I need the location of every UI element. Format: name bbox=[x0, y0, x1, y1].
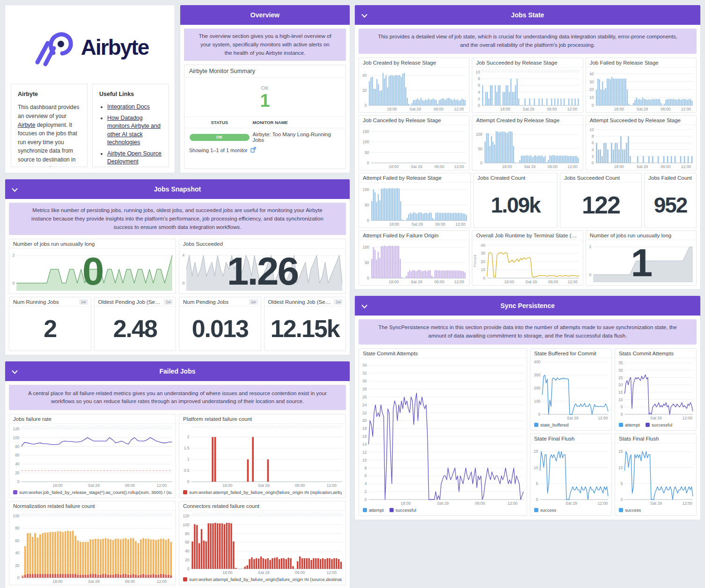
chart-plot[interactable]: 01020304018:00Sat 2906:0012:00 bbox=[586, 67, 696, 112]
chart-card-overall-runtime[interactable]: Overall Job Runtime by Terminal State (S… bbox=[472, 230, 583, 286]
chart-plot[interactable]: 05010015018:00Sat 2906:0012:00 bbox=[359, 125, 469, 170]
svg-text:0: 0 bbox=[591, 161, 594, 165]
svg-text:28: 28 bbox=[362, 387, 367, 391]
chart-plot[interactable]: 051015Sat 2912:00 bbox=[615, 443, 696, 507]
chart-plot[interactable]: 024681012141618202224262830323418:00Sat … bbox=[359, 358, 527, 507]
value-card-oldest-pending-job[interactable]: Oldest Pending Job (Secs)1w 2.48 bbox=[94, 297, 176, 351]
chart-plot[interactable]: 00.511.5218:00Sat 2906:0012:00 bbox=[179, 424, 345, 489]
chart-card-job-cancelled[interactable]: Job Cancelled by Release Stage 050100150… bbox=[359, 115, 470, 170]
chart-plot[interactable]: 02040608010018:00Sat 2906:0012:00 bbox=[9, 511, 176, 585]
value-card-num-running-jobs[interactable]: Num Running Jobs1w 2 bbox=[9, 297, 91, 351]
value-card-jobs-failed-count[interactable]: Jobs Failed Count 952 bbox=[644, 173, 697, 228]
chart-plot[interactable]: 0204018:00Sat 2906:0012:00 bbox=[359, 67, 469, 112]
about-airbyte-link[interactable]: Airbyte bbox=[18, 122, 35, 128]
chart-card-stats-final-flush[interactable]: Stats Final Flush 051015Sat 2912:00 succ… bbox=[615, 434, 697, 516]
chart-legend[interactable]: attemptsuccessful bbox=[359, 507, 527, 515]
chart-card-job-succeeded[interactable]: Job Succeeded by Release Stage 024681018… bbox=[472, 58, 583, 113]
value-card-jobs-created-count[interactable]: Jobs Created Count 1.09k bbox=[473, 173, 558, 228]
chevron-down-icon[interactable] bbox=[361, 12, 367, 17]
svg-text:0: 0 bbox=[621, 412, 623, 417]
section-failed-jobs-header[interactable]: Failed Jobs bbox=[5, 361, 350, 381]
chart-card-state-commit-attempts[interactable]: State Commit Attempts 024681012141618202… bbox=[359, 348, 527, 516]
section-jobs-state-header[interactable]: Jobs State bbox=[355, 5, 700, 25]
value-number: 2 bbox=[9, 307, 91, 351]
chart-plot[interactable]: 04 1.26 bbox=[179, 249, 345, 294]
svg-text:Percent: Percent bbox=[473, 254, 477, 267]
chart-plot[interactable]: 010203040Percent18:00Sat 2906:0012:00 bbox=[472, 240, 582, 285]
chart-card-job-failed[interactable]: Job Failed by Release Stage 01020304018:… bbox=[586, 58, 697, 113]
chart-plot[interactable]: 024681018:00Sat 2906:0012:00 bbox=[586, 125, 696, 170]
svg-text:40: 40 bbox=[15, 551, 20, 556]
chart-plot[interactable]: 02 1 bbox=[586, 240, 696, 285]
svg-text:12:00: 12:00 bbox=[454, 164, 464, 169]
left-column: Airbyte Airbyte This dashboard provides … bbox=[5, 5, 350, 588]
chart-card-state-final-flush[interactable]: State Final Flush 051015Sat 2912:00 succ… bbox=[530, 434, 612, 516]
chart-card-platform-failure-count[interactable]: Platform related failure count 00.511.52… bbox=[179, 414, 346, 498]
monitor-name[interactable]: Airbyte: Too Many Long-Running Jobs bbox=[250, 132, 341, 143]
chart-card-state-buffered[interactable]: State Buffered for Commit 0100200300400S… bbox=[530, 348, 612, 431]
monitor-row[interactable]: OK Airbyte: Too Many Long-Running Jobs bbox=[184, 128, 345, 145]
chart-legend[interactable]: state_buffered bbox=[530, 421, 611, 430]
chart-card-stats-commit-attempts[interactable]: Stats Commit Attempts 05101520253035Sat … bbox=[615, 348, 697, 431]
chart-legend[interactable]: sum:worker.attempt_failed_by_failure_ori… bbox=[179, 576, 345, 585]
chart-plot[interactable]: 05101520253035Sat 2912:00 bbox=[615, 358, 696, 421]
chart-plot[interactable]: 0100200300400Sat 2912:00 bbox=[530, 358, 611, 421]
section-jobs-snapshot-header[interactable]: Jobs Snapshot bbox=[5, 179, 350, 199]
link-how-datadog-monitors[interactable]: How Datadog monitors Airbyte and other A… bbox=[107, 115, 161, 146]
chevron-down-icon[interactable] bbox=[12, 186, 18, 191]
svg-text:50: 50 bbox=[365, 203, 369, 207]
chart-plot[interactable]: 051015Sat 2912:00 bbox=[530, 443, 611, 507]
link-integration-docs[interactable]: Integration Docs bbox=[107, 103, 150, 110]
chart-card-jobs-succeeded[interactable]: Jobs Succeeded 04 1.26 bbox=[179, 239, 346, 294]
svg-text:18:00: 18:00 bbox=[222, 483, 233, 488]
svg-text:Sat 29: Sat 29 bbox=[650, 416, 662, 420]
chart-legend[interactable]: success bbox=[615, 507, 696, 515]
svg-text:10: 10 bbox=[534, 465, 538, 470]
chart-legend[interactable]: attemptsuccessful bbox=[615, 421, 696, 430]
chart-plot[interactable]: 05010018:00Sat 2906:0012:00 bbox=[359, 183, 470, 228]
section-overview-header[interactable]: Overview bbox=[180, 5, 350, 25]
chart-card-job-created[interactable]: Job Created by Release Stage 0204018:00S… bbox=[359, 58, 470, 113]
chart-card-attempt-failed-stage[interactable]: Attempt Failed by Release Stage 05010018… bbox=[359, 173, 471, 228]
chart-card-attempt-succeeded[interactable]: Attempt Succeeded by Release Stage 02468… bbox=[586, 115, 697, 170]
svg-text:06:00: 06:00 bbox=[475, 501, 485, 506]
svg-text:100: 100 bbox=[362, 140, 369, 144]
chart-card-attempt-created[interactable]: Attempt Created by Release Stage 0501001… bbox=[472, 115, 583, 170]
svg-text:18:00: 18:00 bbox=[389, 279, 399, 284]
chart-card-normalization-failure-count[interactable]: Normalization related failure count 0204… bbox=[9, 501, 176, 585]
chart-card-number-jobs-unusually-long[interactable]: Number of jobs run unusually long 02 0 bbox=[9, 239, 176, 294]
svg-text:60: 60 bbox=[185, 540, 190, 545]
chart-title: Overall Job Runtime by Terminal State (S… bbox=[472, 231, 582, 240]
chevron-down-icon[interactable] bbox=[361, 303, 367, 308]
chart-plot[interactable]: 02040608010012018:00Sat 2906:0012:00 bbox=[179, 511, 345, 576]
svg-text:06:00: 06:00 bbox=[549, 279, 559, 284]
chart-card-jobs-unusually-long[interactable]: Number of jobs run unusually long 02 1 bbox=[586, 230, 697, 286]
chart-card-connectors-failure-count[interactable]: Connectors related failure count 0204060… bbox=[179, 501, 346, 585]
link-airbyte-open-source[interactable]: Airbyte Open Source Deployment bbox=[107, 150, 162, 165]
svg-text:0: 0 bbox=[478, 103, 480, 108]
svg-text:12:00: 12:00 bbox=[157, 579, 167, 584]
chart-legend[interactable]: sum:worker.job_failed_by_release_stage(*… bbox=[9, 489, 176, 498]
svg-text:4: 4 bbox=[365, 481, 367, 486]
value-title: Jobs Succeeded Count bbox=[564, 175, 620, 181]
chart-plot[interactable]: 02 0 bbox=[9, 249, 176, 294]
svg-text:8: 8 bbox=[591, 134, 594, 139]
chevron-down-icon[interactable] bbox=[12, 368, 18, 373]
monitor-summary-widget[interactable]: Airbyte Monitor Summary OK 1 STATUS MONI… bbox=[184, 65, 346, 169]
chart-legend[interactable]: success bbox=[530, 507, 611, 515]
chart-plot[interactable]: 05010018:00Sat 2906:0012:00 bbox=[359, 240, 469, 285]
section-sync-persistence-header[interactable]: Sync Persistence bbox=[355, 296, 700, 316]
external-link-icon[interactable] bbox=[250, 147, 256, 154]
chart-plot[interactable]: 02040608010012018:00Sat 2906:0012:00 bbox=[9, 424, 176, 489]
chart-card-jobs-failure-rate[interactable]: Jobs failure rate 02040608010012018:00Sa… bbox=[9, 414, 176, 498]
useful-links-card: Useful Links Integration Docs How Datado… bbox=[92, 84, 169, 167]
svg-text:0.5: 0.5 bbox=[184, 469, 190, 473]
chart-plot[interactable]: 024681018:00Sat 2906:0012:00 bbox=[472, 67, 582, 112]
value-card-jobs-succeeded-count[interactable]: Jobs Succeeded Count 122 bbox=[560, 173, 642, 228]
chart-title: Number of jobs run unusually long bbox=[586, 231, 696, 240]
chart-card-attempt-failed-origin[interactable]: Attempt Failed by Failure Origin 0501001… bbox=[359, 230, 470, 286]
chart-legend[interactable]: sum:worker.attempt_failed_by_failure_ori… bbox=[179, 489, 345, 498]
value-card-oldest-running-job[interactable]: Oldest Running Job (Secs)1w 12.15k bbox=[264, 297, 346, 351]
chart-plot[interactable]: 05010018:00Sat 2906:0012:00 bbox=[472, 125, 582, 170]
value-card-num-pending-jobs[interactable]: Num Pending Jobs1w 0.013 bbox=[179, 297, 261, 351]
